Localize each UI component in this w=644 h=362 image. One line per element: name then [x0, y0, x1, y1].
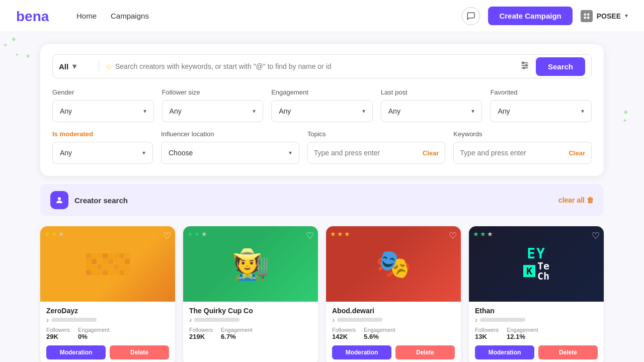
engagement-label: Engagement — [364, 327, 395, 333]
followers-value: 13K — [475, 333, 499, 340]
card-name: ZeroDayz — [46, 307, 169, 315]
card-handle: ♪ — [189, 317, 312, 323]
filter-keywords-label: Keywords — [453, 130, 592, 138]
card-stars: ★★★ — [44, 230, 64, 238]
navbar-right: Create Campaign POSEE ▾ — [462, 7, 628, 25]
filter-last-post-select[interactable]: Any ▾ — [381, 100, 482, 122]
delete-button[interactable]: Delete — [395, 345, 455, 359]
delete-button[interactable]: Delete — [538, 345, 598, 359]
topics-clear-button[interactable]: Clear — [423, 149, 439, 157]
filter-last-post: Last post Any ▾ — [381, 88, 482, 122]
creator-search-bar: Creator search clear all 🗑 — [40, 184, 604, 216]
delete-button[interactable]: Delete — [110, 345, 169, 359]
filter-favorited: Favorited Any ▾ — [490, 88, 592, 122]
user-menu[interactable]: POSEE ▾ — [581, 10, 628, 22]
chevron-down-icon: ▾ — [581, 108, 584, 115]
card-heart-button[interactable]: ♡ — [163, 230, 171, 241]
card-image-wrapper: ★★★ ♡ — [40, 226, 175, 302]
followers-value: 219K — [189, 333, 213, 340]
search-actions: Search — [520, 57, 585, 76]
logo[interactable]: bena — [16, 8, 56, 24]
main-content: ✦ ✦ ✦ ✦ ✦ ✦ All ▾ ☆ — [0, 32, 644, 362]
followers-label: Followers — [46, 327, 70, 333]
svg-point-8 — [522, 62, 524, 63]
engagement-value: 12.1% — [507, 333, 538, 340]
card-stars: ★★★ — [473, 230, 493, 238]
filter-gender-select[interactable]: Any ▾ — [52, 100, 154, 122]
creator-search-icon — [50, 191, 68, 209]
filter-moderated-select[interactable]: Any ▾ — [52, 142, 153, 164]
tiktok-icon: ♪ — [475, 317, 478, 323]
followers-label: Followers — [475, 327, 499, 333]
filter-engagement-label: Engagement — [271, 88, 373, 96]
filter-gender-label: Gender — [52, 88, 154, 96]
card-item: 🧑‍🌾 ★★★ ♡ The Quirky Cup Co ♪ Followers … — [183, 226, 318, 362]
filter-follower-select[interactable]: Any ▾ — [162, 100, 264, 122]
card-handle: ♪ — [46, 317, 169, 323]
chevron-down-icon: ▾ — [253, 108, 256, 115]
followers-stat: Followers 13K — [475, 327, 499, 340]
card-image-wrapper: 🎭 ★★★ ♡ — [326, 226, 461, 302]
filter-row-1: Gender Any ▾ Follower size Any ▾ Engagem… — [52, 88, 592, 122]
followers-label: Followers — [189, 327, 213, 333]
clear-all-button[interactable]: clear all 🗑 — [558, 196, 594, 204]
filter-engagement-value: Any — [279, 107, 291, 115]
cards-grid: ★★★ ♡ ZeroDayz ♪ Followers 29K Engagemen… — [40, 226, 604, 362]
card-stats: Followers 29K Engagement 0% — [46, 327, 169, 340]
engagement-label: Engagement — [78, 327, 109, 333]
engagement-stat: Engagement 5.6% — [364, 327, 395, 340]
chevron-down-icon: ▾ — [143, 108, 146, 115]
moderation-button[interactable]: Moderation — [475, 345, 534, 359]
followers-value: 142K — [332, 333, 356, 340]
filter-engagement-select[interactable]: Any ▾ — [271, 100, 373, 122]
search-button[interactable]: Search — [536, 57, 585, 76]
creator-search-left: Creator search — [50, 191, 128, 209]
nav-home[interactable]: Home — [76, 12, 97, 20]
handle-bar — [51, 318, 97, 322]
filter-settings-icon[interactable] — [520, 60, 530, 73]
svg-rect-3 — [584, 17, 586, 19]
filter-location-select[interactable]: Choose ▾ — [161, 142, 299, 164]
create-campaign-button[interactable]: Create Campaign — [488, 7, 572, 25]
engagement-stat: Engagement 0% — [78, 327, 109, 340]
keywords-clear-button[interactable]: Clear — [569, 149, 585, 157]
card-handle: ♪ — [475, 317, 598, 323]
username: POSEE — [597, 12, 621, 20]
card-heart-button[interactable]: ♡ — [592, 230, 600, 241]
nav-campaigns[interactable]: Campaigns — [111, 12, 149, 20]
chevron-down-icon: ▾ — [289, 149, 292, 156]
card-item: 🎭 ★★★ ♡ Abod.dewari ♪ Followers 142K Eng… — [326, 226, 461, 362]
filter-favorited-select[interactable]: Any ▾ — [490, 100, 592, 122]
chevron-down-icon: ▾ — [471, 108, 474, 115]
engagement-label: Engagement — [221, 327, 252, 333]
moderation-button[interactable]: Moderation — [332, 345, 391, 359]
filter-favorited-label: Favorited — [490, 88, 592, 96]
card-heart-button[interactable]: ♡ — [449, 230, 457, 241]
card-body: The Quirky Cup Co ♪ Followers 219K Engag… — [183, 302, 318, 351]
followers-label: Followers — [332, 327, 356, 333]
card-name: The Quirky Cup Co — [189, 307, 312, 315]
decorative-leaf-right: ✦ ✦ — [622, 108, 629, 124]
card-item: ★★★ ♡ ZeroDayz ♪ Followers 29K Engagemen… — [40, 226, 175, 362]
filter-row-2: Is moderated Any ▾ Influencer location C… — [52, 130, 592, 164]
engagement-stat: Engagement 12.1% — [507, 327, 538, 340]
chat-icon[interactable] — [462, 7, 480, 25]
followers-stat: Followers 219K — [189, 327, 213, 340]
moderation-button[interactable]: Moderation — [46, 345, 106, 359]
filter-follower-value: Any — [170, 107, 182, 115]
search-input[interactable] — [115, 62, 520, 70]
search-filter-dropdown[interactable]: All ▾ — [59, 62, 99, 71]
card-item: EY K TeCh ★★★ ♡ Ethan ♪ Followers 13K — [469, 226, 604, 362]
chevron-down-icon: ▾ — [142, 149, 145, 156]
filter-keywords-input[interactable] — [460, 149, 569, 157]
card-heart-button[interactable]: ♡ — [306, 230, 314, 241]
filter-topics-input[interactable] — [314, 149, 423, 157]
engagement-stat: Engagement 6.7% — [221, 327, 252, 340]
card-actions: Moderation Delete — [46, 345, 169, 359]
engagement-label: Engagement — [507, 327, 538, 333]
handle-bar — [480, 318, 525, 322]
card-stars: ★★★ — [187, 230, 207, 238]
filter-location: Influencer location Choose ▾ — [161, 130, 299, 164]
svg-rect-2 — [587, 13, 589, 15]
chevron-down-icon: ▾ — [625, 13, 628, 19]
